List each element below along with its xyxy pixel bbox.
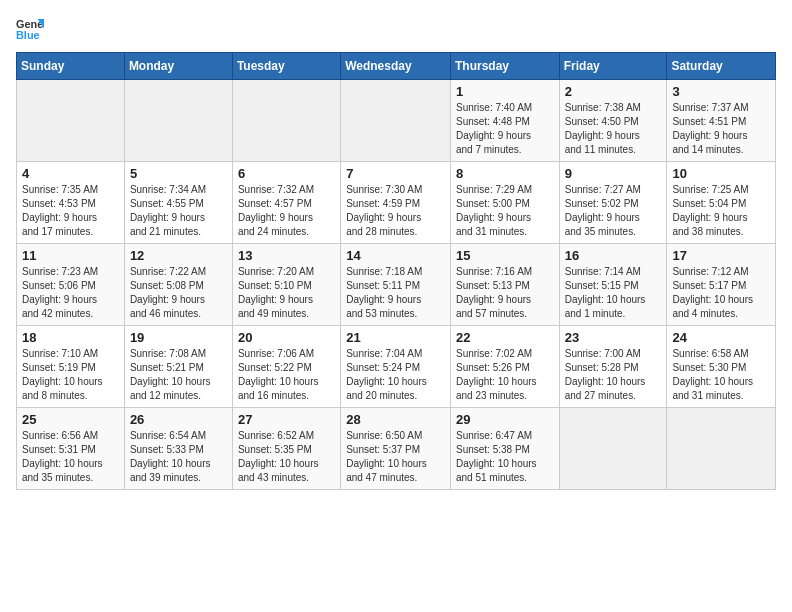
day-number: 27 [238, 412, 335, 427]
day-cell: 11Sunrise: 7:23 AM Sunset: 5:06 PM Dayli… [17, 244, 125, 326]
day-cell: 12Sunrise: 7:22 AM Sunset: 5:08 PM Dayli… [124, 244, 232, 326]
day-info: Sunrise: 7:32 AM Sunset: 4:57 PM Dayligh… [238, 183, 335, 239]
header-cell-monday: Monday [124, 53, 232, 80]
day-number: 13 [238, 248, 335, 263]
day-cell [667, 408, 776, 490]
day-cell: 5Sunrise: 7:34 AM Sunset: 4:55 PM Daylig… [124, 162, 232, 244]
day-info: Sunrise: 6:56 AM Sunset: 5:31 PM Dayligh… [22, 429, 119, 485]
day-info: Sunrise: 7:10 AM Sunset: 5:19 PM Dayligh… [22, 347, 119, 403]
day-cell: 4Sunrise: 7:35 AM Sunset: 4:53 PM Daylig… [17, 162, 125, 244]
day-cell: 25Sunrise: 6:56 AM Sunset: 5:31 PM Dayli… [17, 408, 125, 490]
day-cell [17, 80, 125, 162]
day-info: Sunrise: 6:52 AM Sunset: 5:35 PM Dayligh… [238, 429, 335, 485]
day-info: Sunrise: 7:12 AM Sunset: 5:17 PM Dayligh… [672, 265, 770, 321]
day-cell: 23Sunrise: 7:00 AM Sunset: 5:28 PM Dayli… [559, 326, 667, 408]
calendar-header-row: SundayMondayTuesdayWednesdayThursdayFrid… [17, 53, 776, 80]
day-cell: 19Sunrise: 7:08 AM Sunset: 5:21 PM Dayli… [124, 326, 232, 408]
day-number: 7 [346, 166, 445, 181]
day-info: Sunrise: 6:54 AM Sunset: 5:33 PM Dayligh… [130, 429, 227, 485]
day-cell [559, 408, 667, 490]
week-row-2: 4Sunrise: 7:35 AM Sunset: 4:53 PM Daylig… [17, 162, 776, 244]
week-row-1: 1Sunrise: 7:40 AM Sunset: 4:48 PM Daylig… [17, 80, 776, 162]
day-number: 2 [565, 84, 662, 99]
day-number: 24 [672, 330, 770, 345]
day-info: Sunrise: 6:47 AM Sunset: 5:38 PM Dayligh… [456, 429, 554, 485]
day-info: Sunrise: 6:58 AM Sunset: 5:30 PM Dayligh… [672, 347, 770, 403]
day-number: 10 [672, 166, 770, 181]
header-cell-sunday: Sunday [17, 53, 125, 80]
day-number: 20 [238, 330, 335, 345]
day-info: Sunrise: 7:25 AM Sunset: 5:04 PM Dayligh… [672, 183, 770, 239]
day-cell: 8Sunrise: 7:29 AM Sunset: 5:00 PM Daylig… [450, 162, 559, 244]
day-cell: 2Sunrise: 7:38 AM Sunset: 4:50 PM Daylig… [559, 80, 667, 162]
header-cell-thursday: Thursday [450, 53, 559, 80]
header: General Blue [16, 16, 776, 44]
day-cell [341, 80, 451, 162]
logo: General Blue [16, 16, 48, 44]
day-cell: 13Sunrise: 7:20 AM Sunset: 5:10 PM Dayli… [232, 244, 340, 326]
day-cell: 1Sunrise: 7:40 AM Sunset: 4:48 PM Daylig… [450, 80, 559, 162]
day-number: 17 [672, 248, 770, 263]
day-number: 16 [565, 248, 662, 263]
day-cell: 16Sunrise: 7:14 AM Sunset: 5:15 PM Dayli… [559, 244, 667, 326]
day-number: 29 [456, 412, 554, 427]
day-cell [124, 80, 232, 162]
day-cell: 20Sunrise: 7:06 AM Sunset: 5:22 PM Dayli… [232, 326, 340, 408]
day-number: 28 [346, 412, 445, 427]
day-info: Sunrise: 7:22 AM Sunset: 5:08 PM Dayligh… [130, 265, 227, 321]
day-cell: 15Sunrise: 7:16 AM Sunset: 5:13 PM Dayli… [450, 244, 559, 326]
day-number: 8 [456, 166, 554, 181]
day-number: 3 [672, 84, 770, 99]
day-number: 21 [346, 330, 445, 345]
day-number: 12 [130, 248, 227, 263]
day-number: 18 [22, 330, 119, 345]
day-number: 4 [22, 166, 119, 181]
day-info: Sunrise: 7:16 AM Sunset: 5:13 PM Dayligh… [456, 265, 554, 321]
day-info: Sunrise: 7:00 AM Sunset: 5:28 PM Dayligh… [565, 347, 662, 403]
week-row-5: 25Sunrise: 6:56 AM Sunset: 5:31 PM Dayli… [17, 408, 776, 490]
day-number: 11 [22, 248, 119, 263]
day-number: 26 [130, 412, 227, 427]
day-info: Sunrise: 7:06 AM Sunset: 5:22 PM Dayligh… [238, 347, 335, 403]
week-row-4: 18Sunrise: 7:10 AM Sunset: 5:19 PM Dayli… [17, 326, 776, 408]
header-cell-saturday: Saturday [667, 53, 776, 80]
day-info: Sunrise: 7:02 AM Sunset: 5:26 PM Dayligh… [456, 347, 554, 403]
day-info: Sunrise: 7:38 AM Sunset: 4:50 PM Dayligh… [565, 101, 662, 157]
day-info: Sunrise: 7:14 AM Sunset: 5:15 PM Dayligh… [565, 265, 662, 321]
header-cell-tuesday: Tuesday [232, 53, 340, 80]
day-info: Sunrise: 7:35 AM Sunset: 4:53 PM Dayligh… [22, 183, 119, 239]
day-cell: 28Sunrise: 6:50 AM Sunset: 5:37 PM Dayli… [341, 408, 451, 490]
day-cell: 9Sunrise: 7:27 AM Sunset: 5:02 PM Daylig… [559, 162, 667, 244]
day-number: 9 [565, 166, 662, 181]
day-number: 14 [346, 248, 445, 263]
day-cell: 24Sunrise: 6:58 AM Sunset: 5:30 PM Dayli… [667, 326, 776, 408]
day-info: Sunrise: 7:08 AM Sunset: 5:21 PM Dayligh… [130, 347, 227, 403]
header-cell-friday: Friday [559, 53, 667, 80]
day-info: Sunrise: 7:27 AM Sunset: 5:02 PM Dayligh… [565, 183, 662, 239]
day-cell: 18Sunrise: 7:10 AM Sunset: 5:19 PM Dayli… [17, 326, 125, 408]
day-number: 6 [238, 166, 335, 181]
day-info: Sunrise: 7:23 AM Sunset: 5:06 PM Dayligh… [22, 265, 119, 321]
day-cell: 22Sunrise: 7:02 AM Sunset: 5:26 PM Dayli… [450, 326, 559, 408]
day-info: Sunrise: 7:04 AM Sunset: 5:24 PM Dayligh… [346, 347, 445, 403]
week-row-3: 11Sunrise: 7:23 AM Sunset: 5:06 PM Dayli… [17, 244, 776, 326]
day-number: 5 [130, 166, 227, 181]
day-number: 19 [130, 330, 227, 345]
day-info: Sunrise: 6:50 AM Sunset: 5:37 PM Dayligh… [346, 429, 445, 485]
day-info: Sunrise: 7:37 AM Sunset: 4:51 PM Dayligh… [672, 101, 770, 157]
day-info: Sunrise: 7:20 AM Sunset: 5:10 PM Dayligh… [238, 265, 335, 321]
day-info: Sunrise: 7:18 AM Sunset: 5:11 PM Dayligh… [346, 265, 445, 321]
day-number: 1 [456, 84, 554, 99]
day-cell: 10Sunrise: 7:25 AM Sunset: 5:04 PM Dayli… [667, 162, 776, 244]
svg-text:Blue: Blue [16, 29, 40, 41]
day-info: Sunrise: 7:29 AM Sunset: 5:00 PM Dayligh… [456, 183, 554, 239]
day-info: Sunrise: 7:34 AM Sunset: 4:55 PM Dayligh… [130, 183, 227, 239]
day-cell [232, 80, 340, 162]
day-info: Sunrise: 7:40 AM Sunset: 4:48 PM Dayligh… [456, 101, 554, 157]
day-cell: 6Sunrise: 7:32 AM Sunset: 4:57 PM Daylig… [232, 162, 340, 244]
header-cell-wednesday: Wednesday [341, 53, 451, 80]
day-cell: 29Sunrise: 6:47 AM Sunset: 5:38 PM Dayli… [450, 408, 559, 490]
day-cell: 26Sunrise: 6:54 AM Sunset: 5:33 PM Dayli… [124, 408, 232, 490]
day-number: 15 [456, 248, 554, 263]
logo-icon: General Blue [16, 16, 44, 44]
